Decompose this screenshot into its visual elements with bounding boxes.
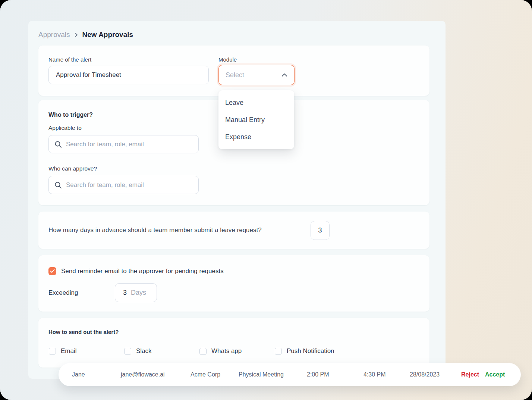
requester-email: jane@flowace.ai — [121, 363, 165, 386]
trigger-heading: Who to trigger? — [48, 112, 93, 118]
module-option-expense[interactable]: Expense — [218, 128, 294, 146]
module-dropdown-menu: Leave Manual Entry Expense — [218, 90, 294, 149]
applicable-to-search — [48, 135, 199, 153]
reminder-card: Send reminder email to the approver for … — [38, 255, 429, 312]
app-screen: Approvals New Approvals Name of the aler… — [0, 0, 532, 400]
unchecked-checkbox-icon[interactable] — [49, 348, 56, 355]
send-alert-heading: How to send out the alert? — [48, 329, 119, 335]
accept-button[interactable]: Accept — [485, 363, 505, 386]
approval-request-row: Jane jane@flowace.ai Acme Corp Physical … — [59, 363, 521, 386]
request-date: 28/08/2023 — [410, 363, 440, 386]
checked-checkbox-icon[interactable] — [48, 267, 56, 275]
breadcrumb: Approvals New Approvals — [38, 31, 133, 39]
end-time: 4:30 PM — [363, 363, 386, 386]
applicable-to-input[interactable] — [66, 141, 193, 148]
approver-input[interactable] — [66, 181, 193, 189]
send-option-label: Push Notification — [287, 347, 334, 355]
chevron-right-icon — [74, 32, 78, 38]
unchecked-checkbox-icon[interactable] — [199, 348, 207, 355]
reminder-checkbox-row[interactable]: Send reminder email to the approver for … — [48, 267, 224, 275]
search-icon — [54, 141, 62, 148]
exceeding-days-input[interactable]: 3 Days — [115, 283, 157, 302]
send-option-label: Email — [61, 347, 77, 355]
send-option-slack[interactable]: Slack — [124, 347, 152, 355]
exceeding-days-value: 3 — [123, 289, 127, 297]
exceeding-days-unit: Days — [131, 289, 146, 297]
send-option-label: Slack — [136, 347, 152, 355]
exceeding-label: Exceeding — [48, 283, 78, 302]
reject-button[interactable]: Reject — [461, 363, 479, 386]
advance-days-card: How many days in advance should a team m… — [38, 212, 429, 249]
requester-name: Jane — [72, 363, 85, 386]
requester-company: Acme Corp — [191, 363, 220, 386]
search-icon — [54, 181, 62, 189]
alert-name-module-card: Name of the alert Module Select — [38, 46, 429, 96]
module-option-leave[interactable]: Leave — [218, 94, 294, 111]
send-option-push[interactable]: Push Notification — [275, 347, 334, 355]
send-alert-card: How to send out the alert? Email Slack W… — [38, 318, 429, 368]
applicable-to-label: Applicable to — [48, 125, 82, 131]
meeting-type: Physical Meeting — [239, 363, 284, 386]
module-select[interactable]: Select — [218, 65, 295, 85]
chevron-up-icon — [281, 73, 287, 77]
approver-search — [48, 176, 199, 194]
alert-name-label: Name of the alert — [48, 56, 91, 63]
send-option-label: Whats app — [211, 347, 242, 355]
advance-days-question: How many days in advance should a team m… — [48, 212, 262, 249]
module-select-placeholder: Select — [226, 71, 244, 79]
advance-days-input[interactable]: 3 — [311, 221, 330, 240]
send-option-email[interactable]: Email — [49, 347, 77, 355]
unchecked-checkbox-icon[interactable] — [124, 348, 131, 355]
page-title: New Approvals — [82, 31, 133, 39]
breadcrumb-approvals-link[interactable]: Approvals — [38, 31, 70, 39]
alert-name-input[interactable] — [48, 66, 209, 84]
start-time: 2:00 PM — [307, 363, 329, 386]
module-option-manual-entry[interactable]: Manual Entry — [218, 111, 294, 128]
who-can-approve-label: Who can approve? — [48, 165, 97, 172]
unchecked-checkbox-icon[interactable] — [275, 348, 282, 355]
reminder-checkbox-label: Send reminder email to the approver for … — [61, 268, 224, 275]
send-option-whatsapp[interactable]: Whats app — [199, 347, 242, 355]
module-label: Module — [218, 56, 237, 63]
